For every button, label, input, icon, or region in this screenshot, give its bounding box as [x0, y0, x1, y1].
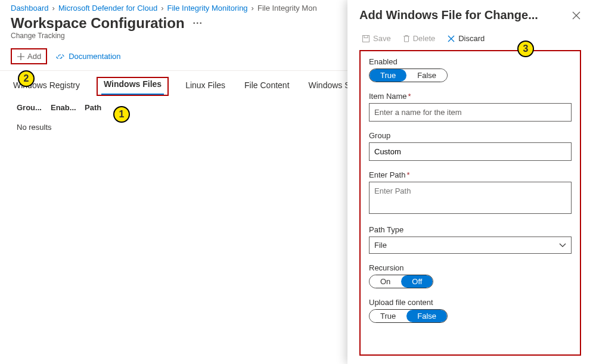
delete-button[interactable]: Delete: [403, 34, 436, 43]
breadcrumb-dashboard[interactable]: Dashboard: [11, 4, 49, 13]
tab-linux-files[interactable]: Linux Files: [183, 77, 228, 96]
chevron-right-icon: ›: [52, 4, 55, 13]
delete-label: Delete: [413, 34, 436, 43]
upload-toggle[interactable]: True False: [369, 309, 448, 323]
col-enabled[interactable]: Enab...: [51, 103, 77, 112]
recursion-off[interactable]: Off: [401, 275, 433, 288]
doc-label: Documentation: [69, 52, 120, 61]
breadcrumb-defender[interactable]: Microsoft Defender for Cloud: [58, 4, 157, 13]
callout-3: 3: [517, 41, 534, 57]
save-button[interactable]: Save: [362, 34, 391, 43]
field-enabled: Enabled True False: [369, 57, 572, 82]
recursion-label: Recursion: [369, 263, 572, 272]
save-label: Save: [373, 34, 391, 43]
enabled-true[interactable]: True: [370, 69, 406, 82]
enabled-false[interactable]: False: [406, 69, 447, 82]
col-group[interactable]: Grou...: [17, 103, 44, 112]
link-icon: [55, 52, 65, 61]
svg-rect-0: [363, 35, 370, 42]
upload-label: Upload file content: [369, 298, 572, 307]
side-panel: Add Windows File for Change... Save Dele…: [347, 0, 593, 364]
discard-icon: [447, 35, 455, 43]
callout-1: 1: [113, 106, 130, 123]
page-title: Workspace Configuration: [11, 15, 185, 32]
field-enter-path: Enter Path*: [369, 170, 572, 216]
chevron-right-icon: ›: [161, 4, 163, 13]
path-type-label: Path Type: [369, 225, 572, 234]
panel-header: Add Windows File for Change...: [359, 8, 581, 22]
path-type-select[interactable]: File: [369, 237, 572, 254]
add-label: Add: [27, 52, 41, 61]
group-input[interactable]: [369, 142, 572, 161]
group-label: Group: [369, 131, 572, 140]
panel-toolbar: Save Delete Discard: [359, 34, 581, 43]
svg-rect-1: [364, 35, 368, 38]
add-button[interactable]: Add: [11, 48, 47, 64]
tab-file-content[interactable]: File Content: [242, 77, 291, 96]
save-icon: [362, 35, 370, 43]
item-name-label: Item Name*: [369, 92, 572, 101]
highlight-box: Windows Files: [97, 77, 169, 96]
enabled-toggle[interactable]: True False: [369, 69, 448, 82]
recursion-toggle[interactable]: On Off: [369, 275, 433, 288]
field-group: Group: [369, 131, 572, 161]
delete-icon: [403, 35, 410, 43]
callout-2: 2: [18, 70, 35, 87]
chevron-down-icon: [559, 243, 566, 248]
field-recursion: Recursion On Off: [369, 263, 572, 288]
item-name-input[interactable]: [369, 103, 572, 122]
path-type-value: File: [374, 241, 387, 250]
documentation-link[interactable]: Documentation: [55, 52, 120, 61]
tab-windows-files[interactable]: Windows Files: [101, 76, 164, 95]
enabled-label: Enabled: [369, 57, 572, 66]
breadcrumb-current: File Integrity Mon: [257, 4, 317, 13]
enter-path-label: Enter Path*: [369, 170, 572, 179]
panel-title: Add Windows File for Change...: [359, 8, 538, 22]
discard-button[interactable]: Discard: [447, 34, 485, 43]
discard-label: Discard: [458, 34, 485, 43]
close-icon[interactable]: [572, 11, 581, 20]
more-icon[interactable]: ···: [193, 18, 203, 29]
field-item-name: Item Name*: [369, 92, 572, 122]
chevron-right-icon: ›: [252, 4, 254, 13]
upload-false[interactable]: False: [406, 310, 447, 322]
enter-path-input[interactable]: [369, 182, 572, 214]
panel-body: Enabled True False Item Name* Group Ente…: [359, 50, 581, 356]
recursion-on[interactable]: On: [370, 275, 401, 288]
upload-true[interactable]: True: [370, 310, 406, 322]
field-upload: Upload file content True False: [369, 298, 572, 323]
field-path-type: Path Type File: [369, 225, 572, 254]
breadcrumb-fim[interactable]: File Integrity Monitoring: [167, 4, 247, 13]
plus-icon: [17, 52, 25, 61]
